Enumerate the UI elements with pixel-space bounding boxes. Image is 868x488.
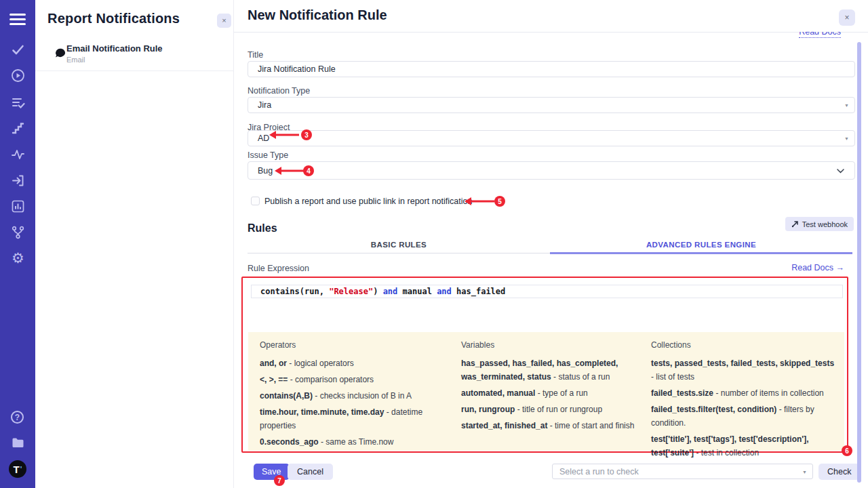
test-webhook-label: Test webhook <box>802 220 848 228</box>
sign-in-icon[interactable] <box>11 174 25 188</box>
annotation-arrow-5 <box>463 197 496 206</box>
panel-close-button[interactable]: × <box>217 14 231 28</box>
annotation-badge-4: 4 <box>303 165 314 176</box>
help-column: Variableshas_passed, has_failed, has_com… <box>461 340 651 479</box>
publish-checkbox-label: Publish a report and use public link in … <box>264 197 472 206</box>
tab-basic-rules[interactable]: BASIC RULES <box>248 238 550 253</box>
vertical-scrollbar-thumb[interactable] <box>857 42 861 483</box>
rule-expression-editor[interactable]: contains(run, "Release") and manual and … <box>251 285 843 298</box>
run-to-check-select[interactable]: Select a run to check ▼ <box>552 464 813 479</box>
read-docs-top-link[interactable]: Read Docs <box>799 32 841 38</box>
annotation-badge-7: 7 <box>274 475 285 486</box>
check-button[interactable]: Check <box>818 464 860 480</box>
read-docs-link[interactable]: Read Docs → <box>791 263 844 272</box>
activity-icon[interactable] <box>11 147 25 161</box>
select-caret-icon: ▼ <box>802 469 807 474</box>
notification-type-value: Jira <box>258 100 271 110</box>
rule-expression-label: Rule Expression <box>248 264 309 273</box>
stairs-icon[interactable] <box>11 121 25 136</box>
annotation-arrow-3 <box>268 130 300 140</box>
menu-icon[interactable] <box>9 14 26 25</box>
chat-bubble-icon <box>54 47 66 60</box>
help-icon[interactable]: ? <box>11 411 25 425</box>
notification-type-label: Notification Type <box>248 86 310 96</box>
modal-close-button[interactable]: × <box>839 9 855 26</box>
gear-icon[interactable]: ⚙ <box>11 251 25 265</box>
report-notifications-panel: Report Notifications × Email Notificatio… <box>35 0 234 488</box>
cancel-button[interactable]: Cancel <box>288 464 333 480</box>
list-check-icon[interactable] <box>11 96 25 110</box>
branch-icon[interactable] <box>11 225 25 239</box>
issue-type-value: Bug <box>258 166 273 176</box>
help-column: Collectionstests, passed_tests, failed_t… <box>651 340 844 479</box>
panel-title: Report Notifications <box>47 11 180 26</box>
rule-editor-annotated-box: contains(run, "Release") and manual and … <box>241 277 848 453</box>
annotation-badge-6: 6 <box>842 445 852 456</box>
annotation-arrow-4 <box>273 166 306 176</box>
test-webhook-button[interactable]: Test webhook <box>785 217 854 231</box>
folder-icon[interactable] <box>11 436 25 450</box>
new-notification-rule-modal: New Notification Rule × Read Docs Title … <box>234 0 868 488</box>
notification-rule-list-item[interactable]: Email Notification Rule Email <box>35 39 234 71</box>
list-item-title: Email Notification Rule <box>66 43 163 54</box>
play-circle-icon[interactable] <box>11 68 25 83</box>
bar-chart-icon[interactable] <box>11 199 25 214</box>
notification-type-select[interactable]: Jira ▼ <box>248 97 855 113</box>
rules-tabs: BASIC RULES ADVANCED RULES ENGINE <box>248 238 852 253</box>
title-label: Title <box>248 50 263 60</box>
select-caret-icon: ▼ <box>844 103 849 108</box>
top-read-docs-clipped: Read Docs <box>799 32 841 39</box>
issue-type-select[interactable]: Bug <box>248 161 855 180</box>
list-item-subtitle: Email <box>66 56 85 64</box>
check-icon[interactable] <box>11 43 25 57</box>
title-input[interactable]: Jira Notification Rule <box>248 61 855 77</box>
icon-sidebar: ⚙ ? T' <box>0 0 35 488</box>
help-column: Operatorsand, or - logical operators<, >… <box>260 340 461 479</box>
select-caret-icon: ▼ <box>844 136 849 141</box>
expression-help-panel: Operatorsand, or - logical operators<, >… <box>248 332 844 451</box>
jira-project-select[interactable]: AD ▼ <box>248 130 855 146</box>
logo-t[interactable]: T' <box>9 460 26 478</box>
annotation-badge-5: 5 <box>494 196 505 207</box>
header-divider <box>234 32 868 33</box>
webhook-icon <box>791 220 799 228</box>
annotation-badge-3: 3 <box>301 129 312 140</box>
publish-checkbox[interactable] <box>251 197 260 205</box>
chevron-down-icon <box>837 166 844 176</box>
issue-type-label: Issue Type <box>248 150 288 160</box>
tab-advanced-rules-engine[interactable]: ADVANCED RULES ENGINE <box>550 238 852 254</box>
modal-title: New Notification Rule <box>248 7 387 23</box>
run-select-placeholder: Select a run to check <box>559 467 639 476</box>
rules-heading: Rules <box>248 222 277 235</box>
